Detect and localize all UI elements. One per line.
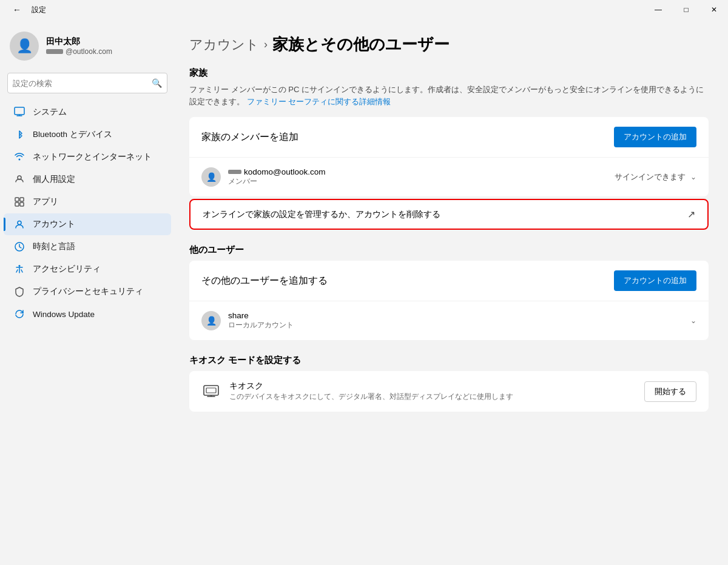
family-add-button[interactable]: アカウントの追加	[614, 127, 696, 147]
other-add-button[interactable]: アカウントの追加	[614, 270, 696, 291]
other-add-row: その他のユーザーを追加する アカウントの追加	[189, 261, 709, 301]
member-status: サインインできます	[615, 172, 686, 182]
kiosk-section-title: キオスク モードを設定する	[189, 355, 709, 366]
sidebar-label-bluetooth: Bluetooth とデバイス	[33, 129, 112, 140]
personal-icon	[13, 173, 25, 186]
svg-rect-15	[206, 388, 216, 393]
kiosk-card: キオスク このデバイスをキオスクにして、デジタル署名、対話型ディスプレイなどに使…	[189, 371, 709, 412]
svg-rect-7	[15, 202, 19, 206]
member-dots	[228, 170, 241, 174]
chevron-down-icon: ⌄	[690, 173, 696, 181]
kiosk-left: キオスク このデバイスをキオスクにして、デジタル署名、対話型ディスプレイなどに使…	[201, 381, 513, 402]
window-controls: — □ ✕	[644, 0, 728, 19]
accessibility-icon	[13, 263, 25, 275]
family-add-label: 家族のメンバーを追加	[201, 131, 298, 144]
share-type: ローカルアカウント	[228, 320, 294, 330]
member-row: 👤 kodomo@outlook.com メンバー	[201, 167, 326, 187]
sidebar-label-apps: アプリ	[33, 196, 58, 207]
family-safety-link[interactable]: ファミリー セーフティに関する詳細情報	[247, 97, 391, 106]
member-right: サインインできます ⌄	[615, 172, 696, 182]
profile-email-row: @outlook.com	[46, 47, 112, 56]
sidebar-item-privacy[interactable]: プライバシーとセキュリティ	[4, 281, 171, 303]
search-input[interactable]	[13, 79, 152, 88]
kiosk-desc: このデバイスをキオスクにして、デジタル署名、対話型ディスプレイなどに使用します	[229, 392, 513, 402]
sidebar-nav: システム Bluetooth とデバイス ネットワークとインターネット 個人用設…	[0, 98, 175, 565]
sidebar-label-accessibility: アクセシビリティ	[33, 264, 101, 275]
sidebar-label-personal: 個人用設定	[33, 174, 75, 185]
other-users-card: その他のユーザーを追加する アカウントの追加 👤 share ローカルアカウント…	[189, 261, 709, 340]
sidebar-item-account[interactable]: アカウント	[4, 213, 171, 235]
svg-rect-5	[15, 198, 19, 201]
profile-email: @outlook.com	[66, 47, 112, 56]
update-icon	[13, 308, 25, 320]
profile-name: 田中太郎	[46, 36, 112, 47]
kiosk-icon	[201, 382, 221, 401]
close-button[interactable]: ✕	[700, 0, 728, 19]
family-section-desc: ファミリー メンバーがこの PC にサインインできるようにします。作成者は、安全…	[189, 84, 709, 107]
page-title: 家族とその他のユーザー	[272, 34, 450, 55]
sidebar-label-account: アカウント	[33, 219, 75, 230]
sidebar-item-update[interactable]: Windows Update	[4, 303, 171, 325]
manage-family-text: オンラインで家族の設定を管理するか、アカウントを削除する	[203, 209, 440, 220]
breadcrumb-arrow: ›	[264, 38, 268, 51]
kiosk-row: キオスク このデバイスをキオスクにして、デジタル署名、対話型ディスプレイなどに使…	[189, 371, 709, 412]
breadcrumb-account: アカウント	[189, 36, 259, 54]
page-header: アカウント › 家族とその他のユーザー	[189, 34, 709, 55]
sidebar-label-network: ネットワークとインターネット	[33, 152, 152, 162]
sidebar-item-bluetooth[interactable]: Bluetooth とデバイス	[4, 124, 171, 145]
share-user-row: 👤 share ローカルアカウント ⌄	[189, 301, 709, 340]
search-box[interactable]: 🔍	[7, 73, 167, 93]
account-icon	[13, 218, 25, 230]
apps-icon	[13, 196, 25, 208]
other-add-label: その他のユーザーを追加する	[201, 275, 328, 287]
other-section: 他のユーザー その他のユーザーを追加する アカウントの追加 👤 share ロー…	[189, 244, 709, 340]
minimize-button[interactable]: —	[644, 0, 672, 19]
sidebar-label-time: 時刻と言語	[33, 241, 75, 252]
member-info: kodomo@outlook.com メンバー	[228, 167, 326, 187]
share-avatar: 👤	[201, 311, 221, 330]
svg-rect-6	[20, 198, 24, 201]
svg-point-9	[18, 221, 21, 225]
sidebar-label-privacy: プライバシーとセキュリティ	[33, 286, 143, 297]
member-avatar: 👤	[201, 167, 221, 187]
svg-rect-0	[15, 107, 24, 115]
sidebar-item-personal[interactable]: 個人用設定	[4, 169, 171, 190]
family-add-row: 家族のメンバーを追加 アカウントの追加	[189, 117, 709, 158]
member-role: メンバー	[228, 176, 326, 187]
kiosk-start-button[interactable]: 開始する	[644, 381, 696, 402]
external-link-icon: ↗	[687, 209, 695, 220]
privacy-icon	[13, 286, 25, 298]
kiosk-title: キオスク	[229, 381, 513, 392]
titlebar-left: ← 設定	[7, 0, 46, 19]
family-member-row: 👤 kodomo@outlook.com メンバー サインインできます ⌄	[189, 158, 709, 196]
svg-rect-8	[20, 202, 24, 206]
network-icon	[13, 151, 25, 163]
other-section-title: 他のユーザー	[189, 244, 709, 256]
sidebar-item-network[interactable]: ネットワークとインターネット	[4, 146, 171, 168]
maximize-button[interactable]: □	[672, 0, 700, 19]
member-email-row: kodomo@outlook.com	[228, 167, 326, 176]
sidebar-item-accessibility[interactable]: アクセシビリティ	[4, 258, 171, 280]
app-title: 設定	[32, 5, 46, 15]
sidebar-label-update: Windows Update	[33, 310, 95, 319]
profile-info: 田中太郎 @outlook.com	[46, 36, 112, 56]
sidebar-item-system[interactable]: システム	[4, 101, 171, 123]
family-add-card: 家族のメンバーを追加 アカウントの追加 👤 kodomo@outlook.com…	[189, 117, 709, 196]
profile-dots	[46, 49, 63, 54]
avatar: 👤	[10, 32, 39, 61]
svg-point-3	[19, 159, 21, 161]
bluetooth-icon	[13, 129, 25, 141]
time-icon	[13, 241, 25, 253]
sidebar-item-apps[interactable]: アプリ	[4, 191, 171, 213]
back-button[interactable]: ←	[7, 0, 27, 19]
manage-family-row[interactable]: オンラインで家族の設定を管理するか、アカウントを削除する ↗	[189, 199, 709, 230]
sidebar-item-time[interactable]: 時刻と言語	[4, 236, 171, 258]
main-content: アカウント › 家族とその他のユーザー 家族 ファミリー メンバーがこの PC …	[175, 19, 728, 565]
member-email-suffix: kodomo@outlook.com	[244, 167, 326, 176]
system-icon	[13, 106, 25, 118]
profile-section: 👤 田中太郎 @outlook.com	[0, 19, 175, 70]
kiosk-info: キオスク このデバイスをキオスクにして、デジタル署名、対話型ディスプレイなどに使…	[229, 381, 513, 402]
titlebar: ← 設定 — □ ✕	[0, 0, 728, 19]
svg-point-11	[19, 265, 21, 267]
share-name: share	[228, 311, 294, 320]
